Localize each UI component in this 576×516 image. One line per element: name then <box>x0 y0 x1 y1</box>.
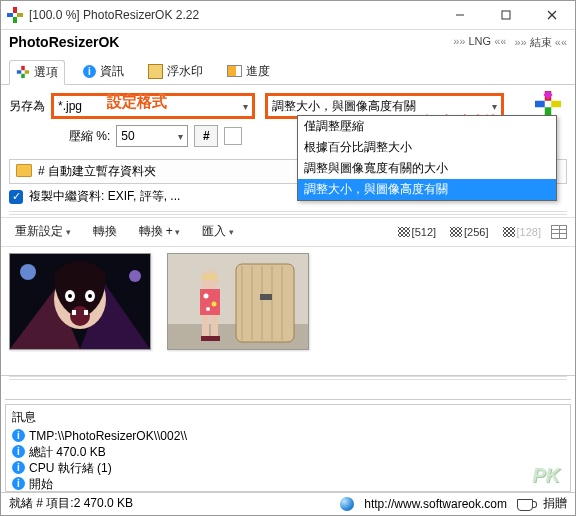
bg-color-swatch[interactable] <box>224 127 242 145</box>
message-line: iTMP:\\PhotoResizerOK\\002\\ <box>12 428 564 444</box>
tab-watermark[interactable]: 浮水印 <box>142 60 209 83</box>
action-bar: 重新設定 轉換 轉換 + 匯入 [512] [256] [128] <box>1 217 575 247</box>
close-button[interactable] <box>529 1 575 29</box>
svg-rect-45 <box>211 315 218 337</box>
saveas-label: 另存為 <box>9 98 45 115</box>
svg-rect-25 <box>84 310 88 315</box>
resize-mode-value: 調整大小，與圖像高度有關 <box>272 98 416 115</box>
mode-option-2[interactable]: 調整與圖像寬度有關的大小 <box>298 158 556 179</box>
svg-rect-1 <box>13 17 17 23</box>
dots-icon <box>503 227 515 237</box>
thumbnail-2[interactable] <box>167 253 309 350</box>
message-line: i總計 470.0 KB <box>12 444 564 460</box>
maximize-button[interactable] <box>483 1 529 29</box>
status-text: 就緒 # 項目:2 470.0 KB <box>9 495 133 512</box>
size-128-button[interactable]: [128] <box>499 225 545 239</box>
svg-rect-15 <box>551 101 561 108</box>
message-line: iCPU 執行緒 (1) <box>12 460 564 476</box>
import-button[interactable]: 匯入 <box>196 221 240 242</box>
reset-button[interactable]: 重新設定 <box>9 221 77 242</box>
options-icon <box>16 65 30 79</box>
svg-rect-3 <box>17 13 23 17</box>
copy-metadata-label: 複製中繼資料: EXIF, 評等, ... <box>29 188 180 205</box>
language-menu[interactable]: LNG <box>453 35 506 50</box>
size-512-button[interactable]: [512] <box>394 225 440 239</box>
size-256-button[interactable]: [256] <box>446 225 492 239</box>
svg-rect-10 <box>17 70 21 74</box>
window-title: [100.0 %] PhotoResizerOK 2.22 <box>29 8 199 22</box>
convert-plus-button[interactable]: 轉換 + <box>133 221 187 242</box>
chevron-down-icon: ▾ <box>492 101 497 112</box>
svg-rect-39 <box>200 289 220 315</box>
folder-icon <box>16 164 32 177</box>
svg-rect-0 <box>13 7 17 13</box>
svg-point-22 <box>88 294 92 298</box>
status-bar: 就緒 # 項目:2 470.0 KB http://www.softwareok… <box>1 492 575 515</box>
svg-rect-2 <box>7 13 13 17</box>
compress-label: 壓縮 %: <box>69 128 110 145</box>
convert-button[interactable]: 轉換 <box>87 221 123 242</box>
coffee-icon <box>517 499 533 511</box>
tab-options[interactable]: 選項 <box>9 60 65 85</box>
svg-rect-47 <box>210 336 220 341</box>
grid-view-button[interactable] <box>551 225 567 239</box>
middle-pane <box>5 382 571 400</box>
mode-option-0[interactable]: 僅調整壓縮 <box>298 116 556 137</box>
format-select[interactable]: *.jpg ▾ <box>51 93 255 119</box>
info-icon: i <box>83 65 96 78</box>
svg-point-41 <box>204 293 209 298</box>
titlebar: [100.0 %] PhotoResizerOK 2.22 <box>1 1 575 30</box>
watermark-icon <box>148 64 163 79</box>
globe-icon <box>340 497 354 511</box>
tab-progress-label: 進度 <box>246 63 270 80</box>
svg-rect-14 <box>535 101 545 108</box>
tab-options-label: 選項 <box>34 64 58 81</box>
compress-value: 50 <box>121 129 134 143</box>
color-rosette-icon[interactable] <box>535 91 561 117</box>
minimize-button[interactable] <box>437 1 483 29</box>
tab-progress[interactable]: 進度 <box>221 60 276 83</box>
svg-point-23 <box>70 306 90 326</box>
tab-info-label: 資訊 <box>100 63 124 80</box>
status-url[interactable]: http://www.softwareok.com <box>364 497 507 511</box>
donate-link[interactable]: 捐贈 <box>543 495 567 512</box>
app-icon <box>7 7 23 23</box>
svg-rect-36 <box>260 294 272 300</box>
tab-bar: 選項 i 資訊 浮水印 進度 <box>1 54 575 85</box>
thumbnail-pane[interactable] <box>1 247 575 376</box>
svg-rect-44 <box>202 315 209 337</box>
info-icon: i <box>12 477 25 490</box>
svg-point-42 <box>212 301 217 306</box>
svg-point-26 <box>20 264 36 280</box>
svg-point-27 <box>129 270 141 282</box>
tab-info[interactable]: i 資訊 <box>77 60 130 83</box>
chevron-down-icon: ▾ <box>243 101 248 112</box>
info-icon: i <box>12 445 25 458</box>
exit-menu[interactable]: 結束 <box>514 35 567 50</box>
info-icon: i <box>12 429 25 442</box>
compress-select[interactable]: 50 ▾ <box>116 125 188 147</box>
message-line: i開始 <box>12 476 564 492</box>
svg-rect-24 <box>72 310 76 315</box>
resize-mode-dropdown[interactable]: 僅調整壓縮 根據百分比調整大小 調整與圖像寬度有關的大小 調整大小，與圖像高度有… <box>297 115 557 201</box>
svg-rect-5 <box>502 11 510 19</box>
mode-option-3[interactable]: 調整大小，與圖像高度有關 <box>298 179 556 200</box>
svg-rect-9 <box>21 74 25 78</box>
thumbnail-1[interactable] <box>9 253 151 350</box>
messages-title: 訊息 <box>12 409 564 426</box>
format-value: *.jpg <box>58 99 82 113</box>
copy-metadata-checkbox[interactable]: ✓ <box>9 190 23 204</box>
tab-watermark-label: 浮水印 <box>167 63 203 80</box>
info-icon: i <box>12 461 25 474</box>
chevron-down-icon: ▾ <box>178 131 183 142</box>
svg-rect-46 <box>201 336 211 341</box>
messages-pane: 訊息 iTMP:\\PhotoResizerOK\\002\\ i總計 470.… <box>5 404 571 492</box>
hash-button[interactable]: # <box>194 125 218 147</box>
window-buttons <box>437 1 575 29</box>
mode-option-1[interactable]: 根據百分比調整大小 <box>298 137 556 158</box>
svg-point-20 <box>68 294 72 298</box>
progress-icon <box>227 65 242 77</box>
svg-rect-8 <box>21 66 25 70</box>
header-bar: PhotoResizerOK LNG 結束 <box>1 30 575 54</box>
svg-rect-30 <box>236 264 294 342</box>
